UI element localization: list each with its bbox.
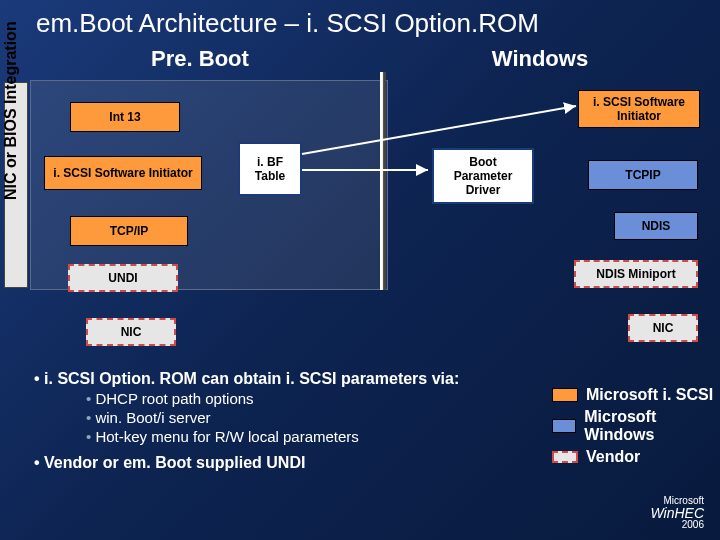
ibf-table-box: i. BF Table bbox=[238, 142, 302, 196]
preboot-nic-box: NIC bbox=[86, 318, 176, 346]
legend-vendor: Vendor bbox=[552, 448, 720, 466]
ndis-miniport-box: NDIS Miniport bbox=[574, 260, 698, 288]
column-headers: Pre. Boot Windows bbox=[30, 46, 710, 78]
legend-ms-windows: Microsoft Windows bbox=[552, 408, 720, 444]
preboot-header: Pre. Boot bbox=[30, 46, 370, 78]
windows-header: Windows bbox=[370, 46, 710, 78]
win-nic-box: NIC bbox=[628, 314, 698, 342]
winhec-logo: Microsoft WinHEC 2006 bbox=[650, 496, 704, 530]
win-initiator-box: i. SCSI Software Initiator bbox=[578, 90, 700, 128]
legend-ms-iscsi: Microsoft i. SCSI bbox=[552, 386, 720, 404]
swatch-gray bbox=[552, 451, 578, 463]
swatch-blue bbox=[552, 419, 576, 433]
phase-divider bbox=[380, 72, 386, 290]
boot-param-driver-box: Boot Parameter Driver bbox=[432, 148, 534, 204]
ndis-box: NDIS bbox=[614, 212, 698, 240]
int13-box: Int 13 bbox=[70, 102, 180, 132]
legend: Microsoft i. SCSI Microsoft Windows Vend… bbox=[552, 386, 720, 470]
preboot-initiator-box: i. SCSI Software Initiator bbox=[44, 156, 202, 190]
preboot-tcpip-box: TCP/IP bbox=[70, 216, 188, 246]
slide-title: em.Boot Architecture – i. SCSI Option.RO… bbox=[0, 0, 720, 43]
swatch-orange bbox=[552, 388, 578, 402]
vertical-label: NIC or BIOS Integration bbox=[2, 21, 20, 200]
undi-box: UNDI bbox=[68, 264, 178, 292]
win-tcpip-box: TCPIP bbox=[588, 160, 698, 190]
